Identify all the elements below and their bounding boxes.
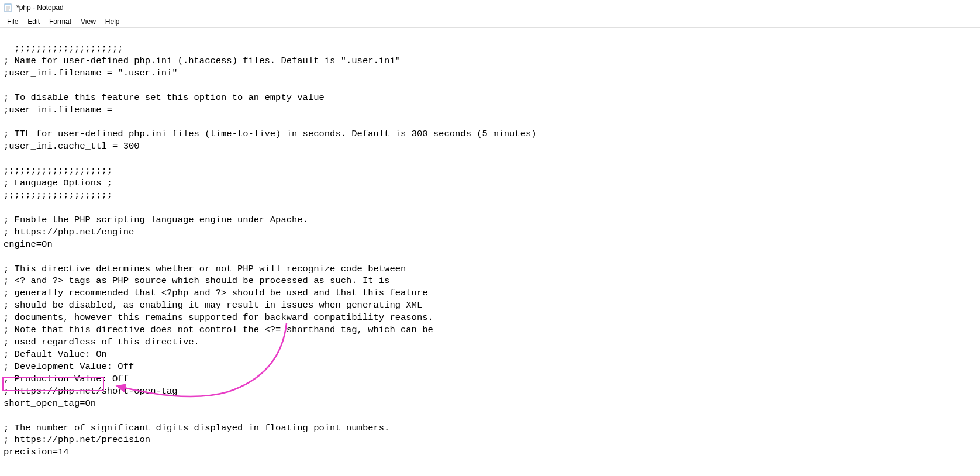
notepad-icon <box>4 3 13 12</box>
menu-file[interactable]: File <box>2 16 23 26</box>
menu-edit[interactable]: Edit <box>23 16 44 26</box>
menu-help[interactable]: Help <box>101 16 125 26</box>
svg-rect-1 <box>5 4 11 5</box>
window-title: *php - Notepad <box>16 4 64 12</box>
menu-view[interactable]: View <box>76 16 101 26</box>
editor-content: ;;;;;;;;;;;;;;;;;;;; ; Name for user-def… <box>4 43 537 457</box>
menu-format[interactable]: Format <box>44 16 76 26</box>
title-bar: *php - Notepad <box>0 0 980 15</box>
menu-bar: File Edit Format View Help <box>0 15 980 28</box>
text-editor[interactable]: ;;;;;;;;;;;;;;;;;;;; ; Name for user-def… <box>0 28 980 461</box>
